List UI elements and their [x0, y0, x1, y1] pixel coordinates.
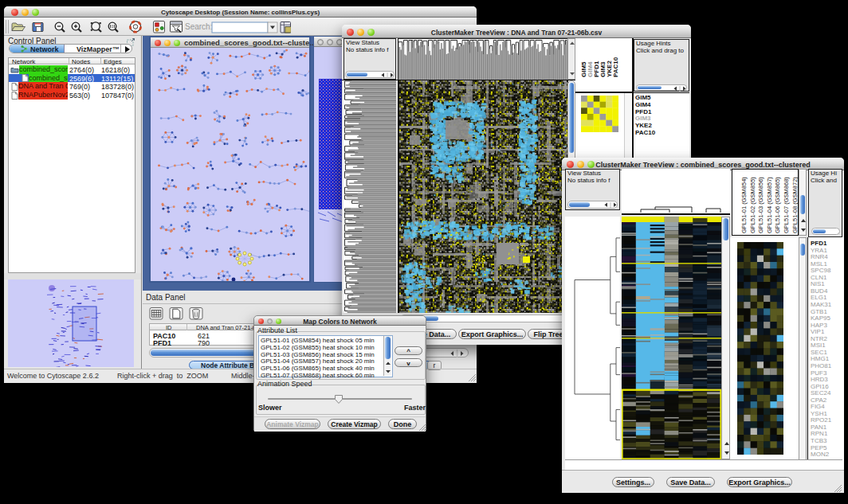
svg-text:Search:: Search:: [185, 22, 212, 31]
